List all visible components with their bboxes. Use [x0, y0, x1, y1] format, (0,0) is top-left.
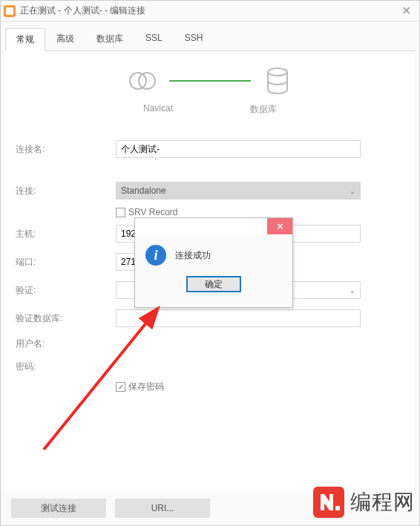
dialog-message: 连接成功 [175, 249, 211, 262]
database-icon [261, 65, 294, 97]
main-window: 正在测试 - 个人测试- - 编辑连接 ✕ 常规 高级 数据库 SSL SSH … [0, 0, 420, 526]
navicat-label: Navicat [143, 103, 173, 116]
tab-database[interactable]: 数据库 [85, 27, 134, 50]
label-save-password: 保存密码 [128, 381, 164, 393]
input-conn-name[interactable] [116, 140, 361, 158]
label-port: 端口: [16, 256, 116, 269]
svg-rect-5 [335, 506, 340, 510]
connection-diagram [16, 65, 404, 97]
connection-line [169, 80, 251, 82]
watermark: 编程网 [312, 485, 415, 519]
watermark-text: 编程网 [350, 488, 415, 516]
dialog-body: i 连接成功 [135, 236, 292, 270]
label-auth-db: 验证数据库: [16, 312, 116, 325]
tab-ssl[interactable]: SSL [134, 27, 174, 50]
checkbox-save-password[interactable] [116, 382, 125, 392]
label-connection: 连接: [16, 185, 116, 197]
dialog-header: ✕ [135, 218, 292, 236]
tab-ssh[interactable]: SSH [174, 27, 214, 50]
dialog-footer: 确定 [135, 270, 292, 298]
tab-advanced[interactable]: 高级 [45, 27, 85, 50]
label-password: 密码: [16, 361, 116, 373]
database-label: 数据库 [250, 103, 277, 116]
window-title: 正在测试 - 个人测试- - 编辑连接 [20, 4, 396, 17]
info-icon: i [145, 245, 166, 266]
chevron-down-icon: ⌄ [350, 187, 355, 195]
svg-point-2 [268, 68, 287, 76]
label-srv: SRV Record [128, 207, 177, 217]
close-icon[interactable]: ✕ [396, 1, 416, 22]
select-connection[interactable]: Standalone ⌄ [116, 182, 361, 200]
input-auth-db[interactable] [116, 309, 361, 327]
ok-button[interactable]: 确定 [186, 276, 241, 292]
success-dialog: ✕ i 连接成功 确定 [134, 217, 293, 308]
diagram-labels: Navicat 数据库 [16, 103, 404, 116]
label-host: 主机: [16, 228, 116, 240]
label-username: 用户名: [16, 338, 116, 350]
test-connection-button[interactable]: 测试连接 [11, 499, 106, 518]
navicat-icon [126, 65, 159, 97]
chevron-down-icon: ⌄ [350, 286, 355, 295]
label-auth: 验证: [16, 284, 116, 297]
dialog-close-icon[interactable]: ✕ [267, 218, 292, 234]
label-conn-name: 连接名: [16, 143, 116, 156]
titlebar: 正在测试 - 个人测试- - 编辑连接 ✕ [1, 1, 419, 22]
app-icon [4, 5, 16, 17]
tab-general[interactable]: 常规 [5, 28, 45, 51]
bottom-bar: 测试连接 URI... [11, 499, 210, 518]
checkbox-srv[interactable] [116, 208, 125, 217]
select-connection-value: Standalone [121, 185, 166, 196]
uri-button[interactable]: URI... [115, 499, 210, 518]
tab-bar: 常规 高级 数据库 SSL SSH [1, 22, 419, 50]
watermark-logo [312, 485, 346, 519]
